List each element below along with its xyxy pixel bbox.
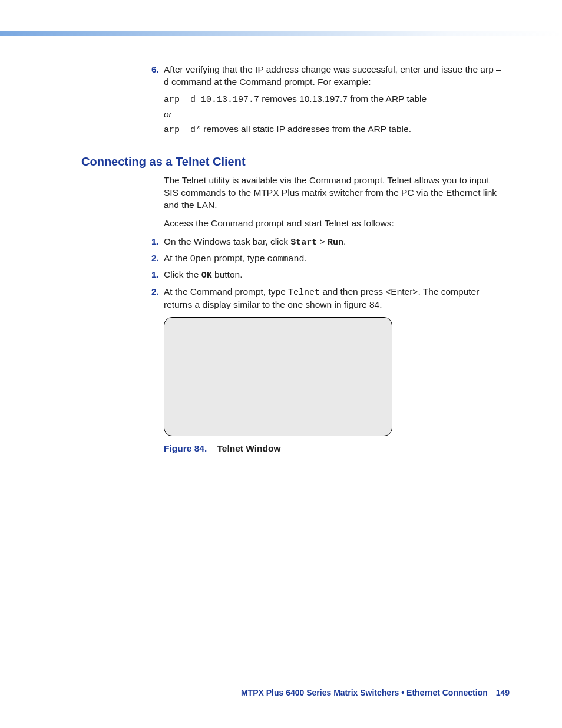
page-number: 149 [496,688,510,697]
text: At the Command prompt, type [164,286,288,297]
period: . [305,253,307,263]
text: At the [164,253,190,263]
step-number: 2. [145,252,159,265]
start-label: Start [290,238,317,248]
step-body: On the Windows task bar, click Start > R… [164,236,505,249]
page-content: 6. After verifying that the IP address c… [81,64,505,454]
ok-label: OK [201,271,212,281]
step-number: 2. [145,286,159,311]
intro-paragraph-1: The Telnet utility is available via the … [164,174,505,212]
example-1-tail: removes 10.13.197.7 from the ARP table [259,94,427,104]
figure-84-placeholder [164,317,392,436]
step-body: Click the OK button. [164,269,505,282]
step-body: At the Open prompt, type command. [164,252,505,265]
figure-title: Telnet Window [217,443,280,453]
text: Click the [164,269,201,279]
step-text: After verifying that the IP address chan… [164,64,501,87]
command-label: command [267,254,305,264]
footer-text: MTPX Plus 6400 Series Matrix Switchers •… [241,688,488,697]
step-body: After verifying that the IP address chan… [164,64,505,139]
section-heading-telnet: Connecting as a Telnet Client [81,155,505,169]
code-arp-d-star: arp –d* [164,125,201,135]
telnet-step-1: 1. On the Windows task bar, click Start … [145,236,505,249]
example-2-tail: removes all static IP addresses from the… [201,124,411,134]
telnet-step-4: 2. At the Command prompt, type Telnet an… [145,286,505,311]
page-footer: MTPX Plus 6400 Series Matrix Switchers •… [241,688,510,697]
post: button. [212,269,243,279]
header-gradient-bar [0,31,562,36]
step-body: At the Command prompt, type Telnet and t… [164,286,505,311]
gt: > [317,236,328,246]
or-text: or [164,108,505,121]
period: . [343,236,346,246]
telnet-step-2: 2. At the Open prompt, type command. [145,252,505,265]
text: On the Windows task bar, click [164,236,290,246]
step-number: 1. [145,236,159,249]
mid: prompt, type [211,253,267,263]
figure-label: Figure 84. [164,443,207,453]
example-1: arp –d 10.13.197.7 removes 10.13.197.7 f… [164,93,505,106]
step-6: 6. After verifying that the IP address c… [145,64,505,139]
figure-caption: Figure 84. Telnet Window [164,443,505,454]
example-2: arp –d* removes all static IP addresses … [164,123,505,136]
step-number: 1. [145,269,159,282]
telnet-label: Telnet [288,288,320,298]
intro-paragraph-2: Access the Command prompt and start Teln… [164,218,505,230]
step-number: 6. [145,64,159,139]
code-arp-d-ip: arp –d 10.13.197.7 [164,95,259,105]
open-label: Open [190,254,211,264]
telnet-step-3: 1. Click the OK button. [145,269,505,282]
run-label: Run [328,238,343,248]
